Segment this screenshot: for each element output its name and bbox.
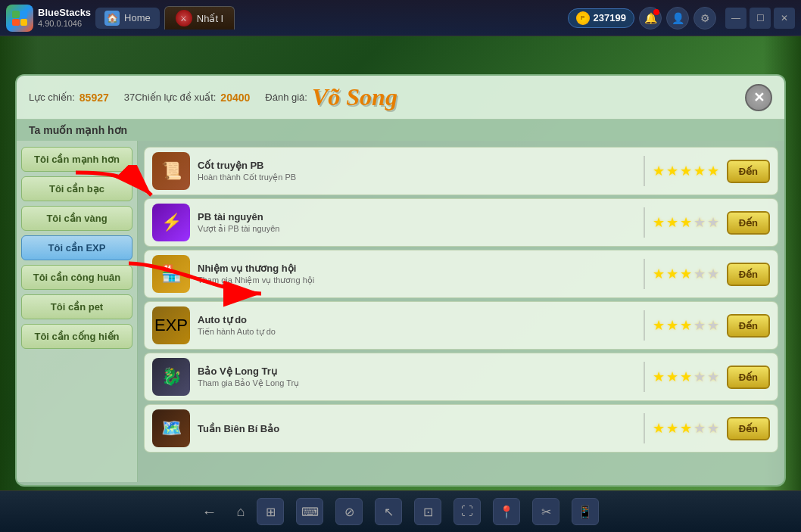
panel-close-button[interactable]: ✕ bbox=[745, 84, 772, 111]
quest-icon: 🏪 bbox=[152, 255, 190, 293]
sidebar-item-cong-hien[interactable]: Tôi cần cống hiến bbox=[21, 324, 132, 349]
home-icon: 🏠 bbox=[104, 11, 120, 26]
quest-icon: EXP bbox=[152, 306, 190, 344]
sidebar: Tôi cần mạnh hơn Tôi cần bạc Tôi cần vàn… bbox=[17, 141, 138, 482]
phone-button[interactable]: 📱 bbox=[572, 498, 599, 525]
go-button[interactable]: Đến bbox=[727, 263, 770, 286]
sidebar-item-bac[interactable]: Tôi cần bạc bbox=[21, 176, 132, 201]
screen-button[interactable]: ⊞ bbox=[257, 498, 284, 525]
settings2-button[interactable]: ⊘ bbox=[335, 498, 363, 525]
star-icon: ★ bbox=[707, 369, 719, 385]
luc-chien-label: Lực chiến: bbox=[29, 92, 75, 103]
close-window-button[interactable]: ✕ bbox=[774, 8, 795, 29]
cursor-button[interactable]: ↖ bbox=[375, 498, 402, 525]
go-button[interactable]: Đến bbox=[727, 314, 770, 338]
star-icon: ★ bbox=[680, 266, 692, 282]
quest-icon: 🐉 bbox=[152, 358, 190, 396]
game-tab[interactable]: ⚔ Nhất I bbox=[164, 6, 235, 30]
quest-icon: 🗺️ bbox=[152, 409, 190, 447]
quest-stars: ★★★★★ bbox=[653, 369, 719, 385]
back-button[interactable]: ← bbox=[202, 503, 217, 521]
star-icon: ★ bbox=[680, 163, 692, 179]
go-button[interactable]: Đến bbox=[727, 211, 770, 235]
account-button[interactable]: 👤 bbox=[666, 7, 689, 30]
quest-row: 📜Cốt truyện PBHoàn thành Cốt truyện PB★★… bbox=[144, 147, 778, 195]
go-button[interactable]: Đến bbox=[727, 417, 770, 440]
main-panel: Lực chiến: 85927 37Chiến lực đề xuất: 20… bbox=[15, 74, 786, 487]
quest-divider bbox=[644, 310, 645, 341]
quest-desc: Tham gia Bảo Vệ Long Trụ bbox=[198, 378, 636, 388]
sidebar-item-pet[interactable]: Tôi cần pet bbox=[21, 294, 132, 319]
go-button[interactable]: Đến bbox=[727, 160, 770, 183]
quest-row: 🏪Nhiệm vụ thương hộiTham gia Nhiệm vụ th… bbox=[144, 250, 778, 298]
cut-button[interactable]: ✂ bbox=[532, 498, 559, 525]
star-icon: ★ bbox=[693, 214, 706, 231]
quest-list: 📜Cốt truyện PBHoàn thành Cốt truyện PB★★… bbox=[138, 141, 784, 482]
quest-name: PB tài nguyên bbox=[198, 211, 636, 222]
quest-row: 🐉Bảo Vệ Long TrụTham gia Bảo Vệ Long Trụ… bbox=[144, 353, 778, 401]
svg-rect-3 bbox=[20, 19, 27, 26]
quest-divider bbox=[644, 207, 645, 238]
star-icon: ★ bbox=[680, 420, 692, 437]
star-icon: ★ bbox=[653, 369, 665, 385]
star-icon: ★ bbox=[693, 317, 706, 334]
sidebar-item-manh-hon[interactable]: Tôi cần mạnh hơn bbox=[21, 147, 132, 172]
quest-desc: Hoàn thành Cốt truyện PB bbox=[198, 173, 636, 182]
quest-icon: ⚡ bbox=[152, 204, 190, 241]
star-icon: ★ bbox=[693, 163, 706, 179]
minimize-button[interactable]: — bbox=[725, 8, 746, 29]
quest-divider bbox=[644, 362, 645, 392]
star-icon: ★ bbox=[666, 214, 678, 231]
star-icon: ★ bbox=[693, 369, 706, 385]
star-icon: ★ bbox=[693, 266, 706, 282]
quest-divider bbox=[644, 413, 645, 443]
chien-luoc-value: 20400 bbox=[220, 92, 250, 104]
quest-icon: 📜 bbox=[152, 152, 190, 190]
star-icon: ★ bbox=[680, 214, 692, 231]
danh-gia-value: Võ Song bbox=[312, 83, 397, 111]
star-icon: ★ bbox=[680, 317, 692, 334]
star-icon: ★ bbox=[666, 266, 678, 282]
quest-name: Bảo Vệ Long Trụ bbox=[198, 366, 636, 377]
quest-name: Cốt truyện PB bbox=[198, 160, 636, 171]
quest-info: Nhiệm vụ thương hộiTham gia Nhiệm vụ thư… bbox=[198, 263, 636, 285]
crop-button[interactable]: ⊡ bbox=[414, 498, 441, 525]
home-tab[interactable]: 🏠 Home bbox=[95, 8, 160, 29]
settings-button[interactable]: ⚙ bbox=[693, 7, 716, 30]
panel-header: Lực chiến: 85927 37Chiến lực đề xuất: 20… bbox=[17, 76, 784, 120]
fullscreen-button[interactable]: ⛶ bbox=[453, 498, 481, 525]
go-button[interactable]: Đến bbox=[727, 366, 770, 389]
keyboard-button[interactable]: ⌨ bbox=[296, 498, 323, 525]
star-icon: ★ bbox=[707, 317, 719, 334]
danh-gia-label: Đánh giá: bbox=[265, 92, 307, 103]
panel-body: Tôi cần mạnh hơn Tôi cần bạc Tôi cần vàn… bbox=[17, 141, 784, 482]
sidebar-item-exp[interactable]: Tôi cần EXP bbox=[21, 235, 132, 260]
quest-info: Bảo Vệ Long TrụTham gia Bảo Vệ Long Trụ bbox=[198, 366, 636, 388]
quest-row: 🗺️Tuần Biên Bí Bảo★★★★★Đến bbox=[144, 404, 778, 453]
quest-info: Tuần Biên Bí Bảo bbox=[198, 423, 636, 434]
quest-stars: ★★★★★ bbox=[653, 214, 719, 231]
star-icon: ★ bbox=[707, 266, 719, 282]
coin-icon: P bbox=[576, 11, 590, 25]
sidebar-item-cong-huan[interactable]: Tôi cần công huân bbox=[21, 265, 132, 290]
svg-rect-0 bbox=[12, 11, 20, 18]
quest-divider bbox=[644, 156, 645, 186]
home-nav-button[interactable]: ⌂ bbox=[237, 504, 245, 520]
luc-chien-stat: Lực chiến: 85927 bbox=[29, 92, 109, 104]
quest-info: PB tài nguyênVượt ải PB tài nguyên bbox=[198, 211, 636, 234]
star-icon: ★ bbox=[653, 214, 665, 231]
quest-info: Auto tự doTiến hành Auto tự do bbox=[198, 314, 636, 337]
star-icon: ★ bbox=[653, 163, 665, 179]
sidebar-item-vang[interactable]: Tôi cần vàng bbox=[21, 206, 132, 231]
location-button[interactable]: 📍 bbox=[493, 498, 520, 525]
notification-button[interactable]: 🔔 bbox=[639, 7, 662, 30]
quest-name: Nhiệm vụ thương hội bbox=[198, 263, 636, 274]
star-icon: ★ bbox=[707, 163, 719, 179]
bluestacks-logo bbox=[6, 5, 33, 32]
quest-desc: Tiến hành Auto tự do bbox=[198, 327, 636, 337]
panel-stats: Lực chiến: 85927 37Chiến lực đề xuất: 20… bbox=[29, 83, 397, 111]
app-title: BlueStacks 4.90.0.1046 bbox=[38, 7, 91, 29]
quest-stars: ★★★★★ bbox=[653, 317, 719, 334]
maximize-button[interactable]: ☐ bbox=[750, 8, 771, 29]
game-tab-icon: ⚔ bbox=[176, 10, 192, 26]
